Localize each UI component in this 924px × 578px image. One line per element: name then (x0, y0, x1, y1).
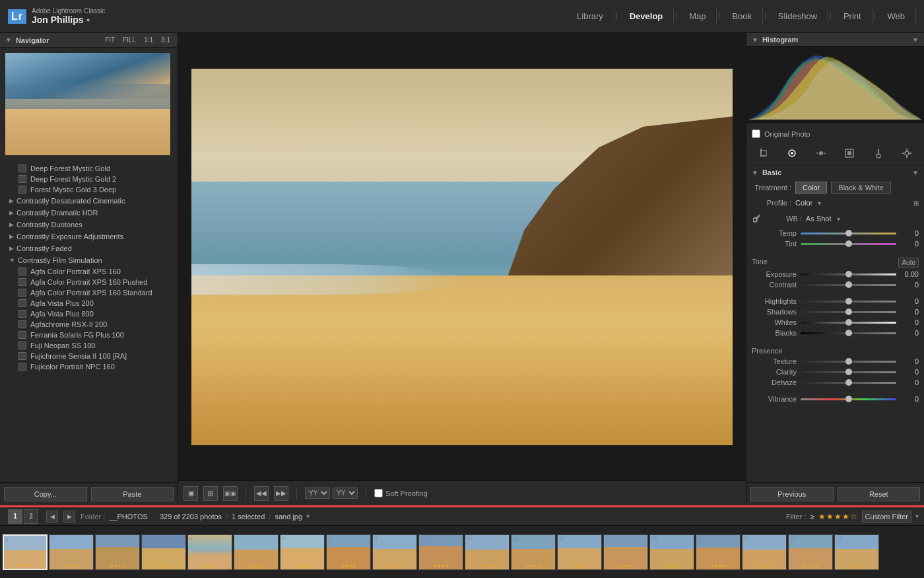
blacks-slider-track[interactable] (801, 332, 896, 334)
shadows-slider-thumb[interactable] (845, 308, 852, 315)
tab-web[interactable]: Web (877, 7, 917, 25)
filter-dropdown-icon[interactable]: ▾ (915, 513, 919, 520)
zoom-3-1[interactable]: 3:1 (159, 36, 172, 44)
preset-group-faded[interactable]: ▶ Contrastly Faded (0, 242, 178, 254)
adjustment-brush-icon[interactable] (871, 145, 886, 161)
film-thumb-4[interactable]: 4★★★★ (141, 534, 186, 570)
sort-select[interactable]: YY (333, 488, 358, 499)
profile-grid-icon[interactable]: ⊞ (913, 199, 919, 207)
basic-collapse-icon[interactable]: ▼ (752, 169, 758, 176)
blacks-slider-thumb[interactable] (845, 330, 852, 336)
histogram-menu-icon[interactable]: ▼ (912, 36, 919, 44)
film-thumb-14[interactable]: 14★★★★ (603, 534, 648, 570)
navigator-collapse-icon[interactable]: ▼ (5, 36, 12, 44)
tint-slider-track[interactable] (801, 243, 896, 245)
auto-button[interactable]: Auto (898, 258, 919, 268)
exposure-slider-track[interactable] (801, 273, 896, 275)
film-thumb-6[interactable]: 6★★★★ (234, 534, 279, 570)
preset-agfa-vista-200[interactable]: Agfa Vista Plus 200 (0, 298, 178, 308)
contrast-slider-track[interactable] (801, 284, 896, 286)
tab-slideshow[interactable]: Slideshow (768, 7, 828, 25)
film-thumb-9[interactable]: 9★★★★ (372, 534, 417, 570)
filmstrip-scroll[interactable]: 1★★★★2★★★★3★★★★4★★★★5★★★★6★★★★7★★★★8★★★★… (0, 526, 924, 578)
tab-book[interactable]: Book (721, 7, 763, 25)
preset-fujicolor-portrait[interactable]: Fujicolor Portrait NPC 160 (0, 361, 178, 372)
preset-ferrania[interactable]: Ferrania Solaris FG Plus 100 (0, 330, 178, 340)
soft-proofing-label[interactable]: Soft Proofing (385, 489, 428, 497)
masking-tool-icon[interactable] (842, 145, 857, 161)
texture-slider-track[interactable] (801, 361, 896, 363)
preset-group-dramatic-hdr[interactable]: ▶ Contrastly Dramatic HDR (0, 207, 178, 219)
original-photo-checkbox[interactable] (752, 129, 760, 138)
tab-library[interactable]: Library (566, 7, 614, 25)
previous-button[interactable]: Previous (750, 487, 834, 501)
film-thumb-17[interactable]: 17★★★★ (742, 534, 787, 570)
whites-slider-track[interactable] (801, 322, 896, 324)
film-thumb-15[interactable]: 15★★★★ (649, 534, 694, 570)
user-name[interactable]: Jon Phillips (32, 15, 84, 25)
basic-menu-icon[interactable]: ▼ (912, 169, 919, 176)
zoom-1-1[interactable]: 1:1 (142, 36, 155, 44)
film-thumb-3[interactable]: 3★★★★ (95, 534, 140, 570)
vibrance-slider-track[interactable] (801, 398, 896, 400)
preset-agfa-portrait-160-pushed[interactable]: Agfa Color Portrait XPS 160 Pushed (0, 277, 178, 287)
preset-agfachrome[interactable]: Agfachrome RSX-II 200 (0, 319, 178, 330)
preset-fuji-neopan[interactable]: Fuji Neopan SS 100 (0, 340, 178, 351)
film-thumb-8[interactable]: 8★★★★ (326, 534, 371, 570)
preset-agfa-portrait-160[interactable]: Agfa Color Portrait XPS 160 (0, 266, 178, 277)
preset-agfa-portrait-160-standard[interactable]: Agfa Color Portrait XPS 160 Standard (0, 287, 178, 298)
preset-deep-forest-gold[interactable]: Deep Forest Mystic Gold (0, 163, 178, 174)
compare-button[interactable]: ▣▣ (223, 486, 238, 501)
filename[interactable]: sand.jpg (275, 513, 302, 521)
texture-slider-thumb[interactable] (845, 358, 852, 365)
film-thumb-1[interactable]: 1★★★★ (3, 534, 48, 570)
profile-dropdown-icon[interactable]: ▾ (818, 199, 821, 207)
page-2-button[interactable]: 2 (24, 509, 38, 524)
shadows-slider-track[interactable] (801, 311, 896, 313)
clarity-slider-track[interactable] (801, 371, 896, 373)
tint-slider-thumb[interactable] (845, 240, 852, 247)
paste-button[interactable]: Paste (91, 487, 174, 501)
page-1-button[interactable]: 1 (8, 509, 22, 524)
tab-develop[interactable]: Develop (619, 7, 675, 25)
rating-select[interactable]: YY (305, 488, 330, 499)
whites-slider-thumb[interactable] (845, 319, 852, 326)
vibrance-slider-thumb[interactable] (845, 396, 852, 402)
healing-tool-icon[interactable] (784, 145, 800, 161)
film-thumb-2[interactable]: 2★★★★ (49, 534, 94, 570)
filename-arrow-icon[interactable]: ▾ (306, 513, 310, 520)
exposure-slider-thumb[interactable] (845, 271, 852, 277)
wb-dropdown-icon[interactable]: ▾ (837, 215, 840, 223)
contrast-slider-thumb[interactable] (845, 281, 852, 288)
settings-icon[interactable] (899, 145, 915, 161)
highlights-slider-track[interactable] (801, 301, 896, 303)
tab-print[interactable]: Print (833, 7, 873, 25)
filmstrip-back-button[interactable]: ◀ (46, 511, 58, 523)
film-thumb-7[interactable]: 7★★★★ (280, 534, 325, 570)
main-image[interactable] (191, 69, 733, 445)
prev-button[interactable]: ◀◀ (254, 486, 269, 501)
film-thumb-12[interactable]: 12★★★★ (511, 534, 556, 570)
copy-button[interactable]: Copy... (4, 487, 87, 501)
film-thumb-16[interactable]: 16★★★★ (696, 534, 741, 570)
film-thumb-10[interactable]: 10★★★★ (418, 534, 463, 570)
temp-slider-track[interactable] (801, 233, 896, 235)
film-thumb-18[interactable]: 18★★★★ (788, 534, 833, 570)
soft-proofing-checkbox[interactable] (374, 489, 383, 497)
preset-deep-forest-gold-2[interactable]: Deep Forest Mystic Gold 2 (0, 174, 178, 184)
loupe-view-button[interactable]: ▣ (183, 486, 198, 501)
film-thumb-11[interactable]: 11★★★★ (465, 534, 510, 570)
dehaze-slider-track[interactable] (801, 382, 896, 384)
clarity-slider-thumb[interactable] (845, 369, 852, 375)
preset-group-duotones[interactable]: ▶ Contrastly Duotones (0, 219, 178, 231)
film-thumb-13[interactable]: 13★★★★ (557, 534, 602, 570)
preset-agfa-vista-800[interactable]: Agfa Vista Plus 800 (0, 308, 178, 319)
crop-tool-icon[interactable] (756, 145, 772, 161)
zoom-fit[interactable]: FIT (103, 36, 117, 44)
film-thumb-5[interactable]: 5★★★★ (187, 534, 232, 570)
reset-button[interactable]: Reset (838, 487, 921, 501)
user-dropdown-icon[interactable]: ▾ (86, 17, 90, 24)
preset-group-film-sim[interactable]: ▼ Contrastly Film Simulation (0, 254, 178, 266)
preview-image[interactable] (5, 53, 170, 155)
custom-filter-dropdown[interactable]: Custom Filter (862, 511, 911, 523)
